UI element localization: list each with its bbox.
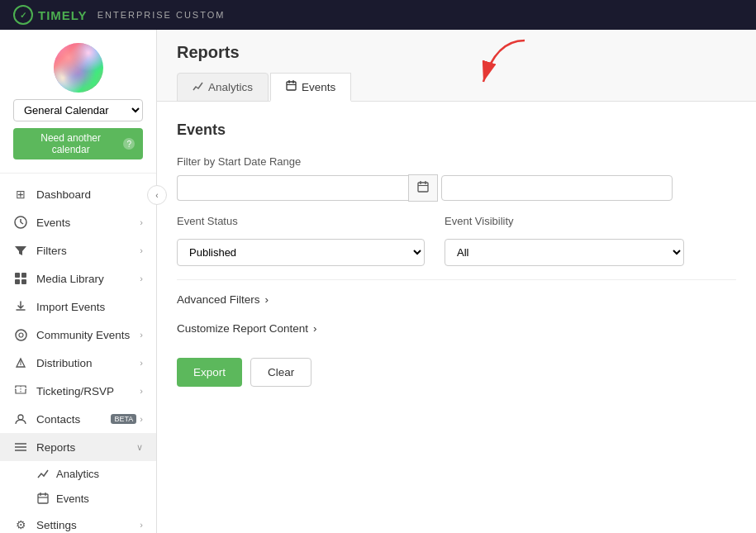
chevron-right-icon: ›	[140, 386, 143, 396]
main-body: Events Filter by Start Date Range Event …	[157, 102, 756, 533]
sidebar-sub-item-events[interactable]: Events	[0, 486, 156, 511]
clear-button[interactable]: Clear	[250, 358, 311, 387]
sidebar-profile: General Calendar Need another calendar ?	[0, 30, 156, 174]
sidebar-item-import-events[interactable]: Import Events	[0, 293, 156, 321]
main-header: Reports Analytics Events	[157, 30, 756, 102]
media-library-icon	[13, 271, 28, 286]
calendar-button[interactable]	[408, 174, 438, 202]
community-events-icon	[13, 327, 28, 342]
sidebar-wrapper: General Calendar Need another calendar ?…	[0, 30, 157, 533]
sidebar-item-community-events[interactable]: Community Events ›	[0, 321, 156, 349]
svg-marker-5	[15, 246, 26, 255]
customize-report-toggle[interactable]: Customize Report Content ›	[177, 319, 736, 338]
advanced-filters-label: Advanced Filters	[177, 293, 260, 306]
tabs: Analytics Events	[177, 72, 736, 101]
export-button[interactable]: Export	[177, 358, 242, 387]
reports-icon	[13, 440, 28, 454]
need-calendar-label: Need another calendar	[21, 132, 120, 155]
date-to-input[interactable]	[441, 175, 673, 201]
sidebar-item-ticketing[interactable]: Ticketing/RSVP ›	[0, 377, 156, 405]
sidebar-item-label: Reports	[36, 441, 136, 454]
chevron-down-icon: ∨	[136, 442, 143, 453]
svg-text:✓: ✓	[20, 11, 26, 20]
topbar: ✓ TIMELY ENTERPRISE CUSTOM	[0, 0, 756, 30]
sidebar-item-distribution[interactable]: Distribution ›	[0, 349, 156, 377]
timely-logo-icon: ✓	[13, 5, 33, 25]
page-title: Reports	[177, 43, 736, 62]
tab-analytics-label: Analytics	[208, 81, 253, 93]
chevron-right-icon: ›	[265, 293, 269, 306]
customize-report-label: Customize Report Content	[177, 322, 308, 335]
svg-line-4	[21, 222, 23, 224]
main-content: Reports Analytics Events	[157, 30, 756, 533]
tab-analytics[interactable]: Analytics	[177, 73, 269, 102]
sidebar-item-label: Import Events	[36, 301, 143, 313]
settings-icon: ⚙	[13, 517, 28, 532]
svg-point-14	[18, 415, 23, 420]
section-title: Events	[177, 121, 736, 139]
chevron-right-icon: ›	[140, 358, 143, 368]
sidebar-item-label: Ticketing/RSVP	[36, 385, 140, 397]
svg-rect-8	[15, 279, 20, 284]
sidebar-item-label: Media Library	[36, 273, 140, 285]
import-icon	[13, 299, 28, 314]
sidebar-nav: ⊞ Dashboard Events › Filters ›	[0, 174, 156, 533]
calendar-icon	[417, 181, 429, 193]
sidebar: General Calendar Need another calendar ?…	[0, 30, 157, 533]
event-visibility-select[interactable]: All Public Private	[445, 239, 684, 266]
chevron-right-icon: ›	[140, 274, 143, 283]
sidebar-item-label: Distribution	[36, 357, 140, 369]
events-tab-icon	[286, 80, 297, 93]
sidebar-item-events[interactable]: Events ›	[0, 208, 156, 236]
tab-events[interactable]: Events	[270, 73, 351, 102]
sidebar-item-label: Contacts	[36, 413, 111, 426]
sidebar-sub-item-analytics[interactable]: Analytics	[0, 461, 156, 486]
svg-rect-27	[418, 183, 428, 192]
sidebar-collapse-button[interactable]: ‹	[147, 185, 167, 205]
event-visibility-group: Event Visibility All Public Private	[445, 215, 684, 266]
date-from-input[interactable]	[177, 175, 408, 201]
chevron-right-icon: ›	[140, 414, 143, 424]
sidebar-item-label: Dashboard	[36, 188, 143, 201]
dashboard-icon: ⊞	[13, 187, 28, 202]
calendar-select[interactable]: General Calendar	[13, 99, 143, 121]
chevron-right-icon: ›	[140, 245, 143, 255]
logo-subtitle: ENTERPRISE CUSTOM	[97, 10, 226, 20]
svg-point-10	[16, 330, 26, 340]
date-range-filter-section: Filter by Start Date Range	[177, 155, 736, 202]
sidebar-item-contacts[interactable]: Contacts BETA ›	[0, 405, 156, 433]
chevron-right-icon-2: ›	[313, 322, 317, 335]
sidebar-item-filters[interactable]: Filters ›	[0, 236, 156, 264]
filters-icon	[13, 243, 28, 258]
events-icon	[13, 215, 28, 230]
svg-rect-7	[21, 273, 26, 278]
events-sub-label: Events	[56, 493, 89, 505]
sidebar-item-label: Community Events	[36, 329, 140, 341]
chevron-right-icon: ›	[140, 217, 143, 227]
sidebar-item-settings[interactable]: ⚙ Settings ›	[0, 511, 156, 533]
sidebar-item-label: Settings	[36, 519, 140, 531]
analytics-tab-icon	[193, 81, 203, 94]
logo-text: TIMELY	[38, 8, 88, 22]
chevron-right-icon: ›	[140, 330, 143, 340]
event-status-select[interactable]: Published Draft Cancelled All	[177, 239, 425, 266]
sidebar-item-media-library[interactable]: Media Library ›	[0, 264, 156, 293]
svg-rect-18	[38, 494, 48, 503]
sidebar-item-label: Filters	[36, 245, 140, 257]
sidebar-item-dashboard[interactable]: ⊞ Dashboard	[0, 180, 156, 208]
event-visibility-label: Event Visibility	[445, 215, 684, 227]
event-status-group: Event Status Published Draft Cancelled A…	[177, 215, 425, 266]
advanced-filters-toggle[interactable]: Advanced Filters ›	[177, 290, 736, 309]
need-another-calendar-button[interactable]: Need another calendar ?	[13, 128, 143, 159]
svg-rect-22	[287, 82, 296, 90]
svg-rect-6	[15, 273, 20, 278]
status-visibility-row: Event Status Published Draft Cancelled A…	[177, 215, 736, 266]
help-icon: ?	[123, 138, 135, 150]
event-status-label: Event Status	[177, 215, 425, 227]
avatar	[54, 43, 103, 93]
sidebar-item-reports[interactable]: Reports ∨	[0, 433, 156, 461]
divider-1	[177, 279, 736, 280]
contacts-icon	[13, 412, 28, 426]
beta-badge: BETA	[111, 414, 136, 424]
date-range-row	[177, 174, 736, 202]
